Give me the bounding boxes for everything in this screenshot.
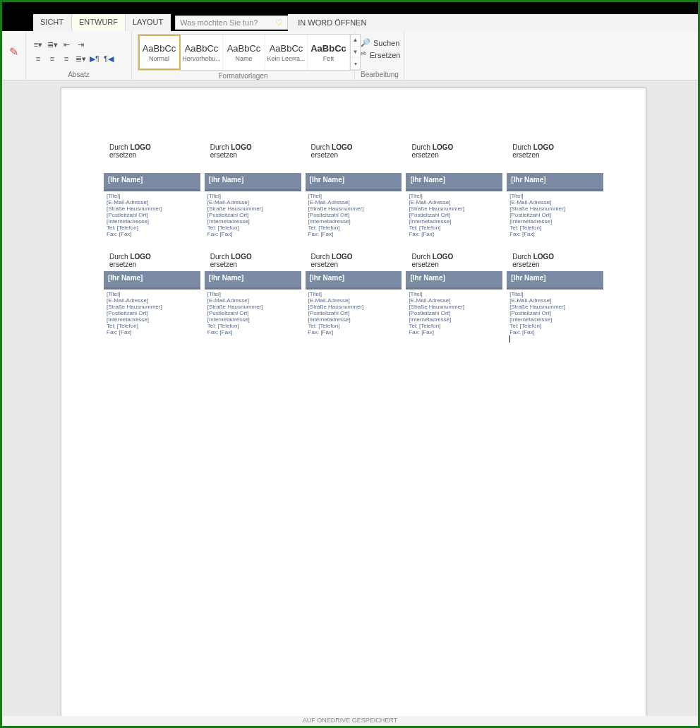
name-bar[interactable]: [Ihr Name] <box>104 173 200 191</box>
card-field[interactable]: [Titel] <box>207 291 300 297</box>
card-details[interactable]: [Titel][E-Mail-Adresse][Straße Hausnumme… <box>406 191 502 237</box>
card-field[interactable]: Fax: [Fax] <box>308 231 401 237</box>
logo-placeholder[interactable]: Durch LOGOersetzen <box>507 253 603 268</box>
logo-placeholder[interactable]: Durch LOGOersetzen <box>205 253 301 268</box>
card-field[interactable]: [Titel] <box>409 291 501 297</box>
card-field[interactable]: [E-Mail-Adresse] <box>509 297 602 304</box>
card-field[interactable]: [Straße Hausnummer] <box>409 205 501 212</box>
card-field[interactable]: Fax: [Fax] <box>409 231 501 237</box>
card-field[interactable]: [Postleitzahl Ort] <box>308 212 401 218</box>
card-field[interactable]: Fax: [Fax] <box>409 329 501 335</box>
rtl-icon[interactable]: ¶◀ <box>102 52 115 65</box>
logo-placeholder[interactable]: Durch LOGOersetzen <box>306 253 402 268</box>
card-field[interactable]: [Titel] <box>107 193 199 199</box>
card-field[interactable]: [Straße Hausnummer] <box>409 304 501 310</box>
name-bar[interactable]: [Ihr Name] <box>306 173 402 191</box>
card-details[interactable]: [Titel][E-Mail-Adresse][Straße Hausnumme… <box>205 290 301 335</box>
name-bar[interactable]: [Ihr Name] <box>507 173 603 191</box>
card-field[interactable]: [Postleitzahl Ort] <box>207 212 300 218</box>
card-field[interactable]: Fax: [Fax] <box>509 329 602 335</box>
card-field[interactable]: Tel: [Telefon] <box>308 225 401 231</box>
business-card[interactable]: Durch LOGOersetzen[Ihr Name][Titel][E-Ma… <box>406 143 502 237</box>
card-field[interactable]: Fax: [Fax] <box>509 231 602 237</box>
card-field[interactable]: Fax: [Fax] <box>207 231 300 237</box>
name-bar[interactable]: [Ihr Name] <box>205 271 301 290</box>
card-field[interactable]: [Internetadresse] <box>409 316 501 323</box>
business-card[interactable]: Durch LOGOersetzen[Ihr Name][Titel][E-Ma… <box>205 143 301 237</box>
card-details[interactable]: [Titel][E-Mail-Adresse][Straße Hausnumme… <box>306 191 402 237</box>
business-card[interactable]: Durch LOGOersetzen[Ihr Name][Titel][E-Ma… <box>104 253 200 342</box>
card-field[interactable]: Tel: [Telefon] <box>207 323 300 329</box>
file-tab-placeholder[interactable] <box>2 14 33 31</box>
card-field[interactable]: [Internetadresse] <box>509 316 602 323</box>
find-button[interactable]: 🔎 Suchen <box>361 38 398 47</box>
card-field[interactable]: [Internetadresse] <box>308 218 401 225</box>
style-fett[interactable]: AaBbCc Fett <box>308 35 350 70</box>
card-field[interactable]: [Straße Hausnummer] <box>509 205 602 212</box>
card-field[interactable]: [Straße Hausnummer] <box>509 304 602 310</box>
card-field[interactable]: [E-Mail-Adresse] <box>308 297 401 304</box>
card-field[interactable]: Fax: [Fax] <box>107 231 199 237</box>
card-field[interactable]: [Internetadresse] <box>509 218 602 225</box>
card-field[interactable]: [Titel] <box>509 193 602 199</box>
card-field[interactable]: [Straße Hausnummer] <box>207 304 300 310</box>
card-field[interactable]: [Titel] <box>107 291 199 297</box>
align-left-icon[interactable]: ≡ <box>32 52 44 65</box>
card-field[interactable]: [E-Mail-Adresse] <box>207 199 300 205</box>
style-name-style[interactable]: AaBbCc Name <box>223 35 265 70</box>
card-field[interactable]: [E-Mail-Adresse] <box>409 297 501 304</box>
format-painter-icon[interactable]: ✎ <box>8 37 20 66</box>
card-details[interactable]: [Titel][E-Mail-Adresse][Straße Hausnumme… <box>205 191 301 237</box>
business-card[interactable]: Durch LOGOersetzen[Ihr Name][Titel][E-Ma… <box>306 253 402 342</box>
card-field[interactable]: [Postleitzahl Ort] <box>107 310 199 316</box>
card-field[interactable]: Tel: [Telefon] <box>409 225 501 231</box>
business-card[interactable]: Durch LOGOersetzen[Ihr Name][Titel][E-Ma… <box>507 253 603 342</box>
name-bar[interactable]: [Ihr Name] <box>306 271 402 290</box>
card-field[interactable]: [Postleitzahl Ort] <box>207 310 300 316</box>
tab-layout[interactable]: LAYOUT <box>126 14 171 31</box>
justify-icon[interactable]: ≣▾ <box>74 52 87 65</box>
card-details[interactable]: [Titel][E-Mail-Adresse][Straße Hausnumme… <box>406 290 502 335</box>
logo-placeholder[interactable]: Durch LOGOersetzen <box>205 143 301 159</box>
card-field[interactable]: [Titel] <box>509 291 602 297</box>
logo-placeholder[interactable]: Durch LOGOersetzen <box>306 143 402 159</box>
card-field[interactable]: [Postleitzahl Ort] <box>107 212 199 218</box>
open-in-word-button[interactable]: IN WORD ÖFFNEN <box>298 18 366 27</box>
business-card[interactable]: Durch LOGOersetzen[Ihr Name][Titel][E-Ma… <box>507 143 603 237</box>
card-field[interactable]: [Titel] <box>308 193 401 199</box>
card-field[interactable]: [Titel] <box>207 193 300 199</box>
card-details[interactable]: [Titel][E-Mail-Adresse][Straße Hausnumme… <box>507 191 603 237</box>
card-field[interactable]: Tel: [Telefon] <box>107 323 199 329</box>
document-area[interactable]: Durch LOGOersetzen[Ihr Name][Titel][E-Ma… <box>2 80 698 726</box>
card-field[interactable]: [Internetadresse] <box>207 316 300 323</box>
card-field[interactable]: Tel: [Telefon] <box>107 225 199 231</box>
styles-gallery[interactable]: AaBbCc Normal AaBbCc Hervorhebu... AaBbC… <box>138 34 361 71</box>
increase-indent-icon[interactable]: ⇥ <box>74 38 87 51</box>
card-field[interactable]: [E-Mail-Adresse] <box>409 199 501 205</box>
card-field[interactable]: [Straße Hausnummer] <box>107 205 199 212</box>
logo-placeholder[interactable]: Durch LOGOersetzen <box>406 143 502 159</box>
bulleted-list-icon[interactable]: ≡▾ <box>32 38 44 51</box>
card-field[interactable]: Fax: [Fax] <box>107 329 199 335</box>
card-field[interactable]: [Postleitzahl Ort] <box>409 212 501 218</box>
card-field[interactable]: [Postleitzahl Ort] <box>409 310 501 316</box>
card-details[interactable]: [Titel][E-Mail-Adresse][Straße Hausnumme… <box>104 191 200 237</box>
business-card[interactable]: Durch LOGOersetzen[Ihr Name][Titel][E-Ma… <box>104 143 200 237</box>
name-bar[interactable]: [Ihr Name] <box>406 271 502 290</box>
style-kein-leerraum[interactable]: AaBbCc Kein Leerra... <box>265 35 308 70</box>
logo-placeholder[interactable]: Durch LOGOersetzen <box>406 253 502 268</box>
align-right-icon[interactable]: ≡ <box>60 52 73 65</box>
style-hervorhebung[interactable]: AaBbCc Hervorhebu... <box>181 35 223 70</box>
card-details[interactable]: [Titel][E-Mail-Adresse][Straße Hausnumme… <box>507 290 603 335</box>
card-field[interactable]: Tel: [Telefon] <box>509 323 602 329</box>
business-card[interactable]: Durch LOGOersetzen[Ihr Name][Titel][E-Ma… <box>406 253 502 342</box>
decrease-indent-icon[interactable]: ⇤ <box>60 38 73 51</box>
card-field[interactable]: Fax: [Fax] <box>308 329 401 335</box>
replace-button[interactable]: ᵃᵇ Ersetzen <box>361 50 398 59</box>
card-field[interactable]: [Postleitzahl Ort] <box>308 310 401 316</box>
name-bar[interactable]: [Ihr Name] <box>104 271 200 290</box>
tell-me-box[interactable]: Was möchten Sie tun? ♡ <box>175 16 288 30</box>
card-field[interactable]: [E-Mail-Adresse] <box>509 199 602 205</box>
card-field[interactable]: [E-Mail-Adresse] <box>308 199 401 205</box>
card-details[interactable]: [Titel][E-Mail-Adresse][Straße Hausnumme… <box>104 290 200 335</box>
